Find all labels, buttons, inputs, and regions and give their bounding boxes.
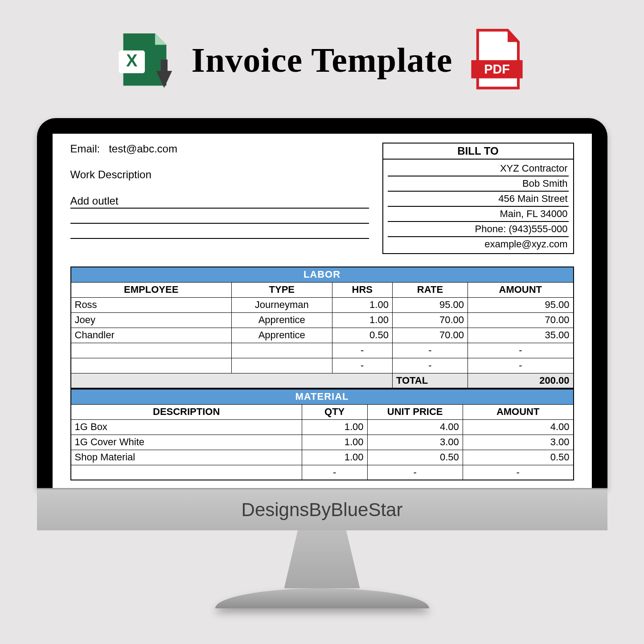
labor-col-hrs: HRS <box>332 282 392 297</box>
svg-text:X: X <box>126 51 138 70</box>
labor-total-value: 200.00 <box>468 373 574 388</box>
bill-to-line: XYZ Contractor <box>388 161 569 176</box>
work-description-line <box>70 209 369 224</box>
bill-to-header: BILL TO <box>383 144 573 160</box>
material-row: 1G Cover White 1.00 3.00 3.00 <box>71 435 574 450</box>
material-row: - - - <box>71 465 574 480</box>
pdf-icon: PDF <box>470 27 528 94</box>
bill-to-line: example@xyz.com <box>388 237 569 251</box>
monitor-mockup: Email: test@abc.com Work Description Add… <box>0 118 644 608</box>
page-header: X Invoice Template PDF <box>0 0 644 107</box>
labor-total-row: TOTAL 200.00 <box>71 373 574 388</box>
monitor-stand-base <box>215 588 429 608</box>
labor-table: LABOR EMPLOYEE TYPE HRS RATE AMOUNT Ross… <box>70 267 574 389</box>
bill-to-line: 456 Main Street <box>388 192 569 207</box>
labor-col-employee: EMPLOYEE <box>71 282 232 297</box>
svg-text:PDF: PDF <box>484 62 510 76</box>
labor-col-amount: AMOUNT <box>468 282 574 297</box>
work-description-lines: Add outlet <box>70 193 369 239</box>
labor-row: - - - <box>71 343 574 358</box>
monitor-bezel: Email: test@abc.com Work Description Add… <box>37 118 607 488</box>
work-description-label: Work Description <box>70 168 369 181</box>
material-table: MATERIAL DESCRIPTION QTY UNIT PRICE AMOU… <box>70 389 574 480</box>
email-value: test@abc.com <box>109 143 177 155</box>
labor-row: - - - <box>71 358 574 373</box>
page-title: Invoice Template <box>192 40 453 80</box>
material-col-desc: DESCRIPTION <box>71 404 302 419</box>
bill-to-line: Main, FL 34000 <box>388 207 569 222</box>
work-description-line: Add outlet <box>70 193 369 209</box>
material-row: Shop Material 1.00 0.50 0.50 <box>71 450 574 465</box>
work-description-line <box>70 224 369 239</box>
labor-row: Ross Journeyman 1.00 95.00 95.00 <box>71 297 574 312</box>
labor-row: Joey Apprentice 1.00 70.00 70.00 <box>71 312 574 328</box>
svg-rect-2 <box>160 60 167 74</box>
labor-col-type: TYPE <box>231 282 332 297</box>
bill-to-line: Phone: (943)555-000 <box>388 222 569 237</box>
monitor-stand-neck <box>284 530 360 588</box>
monitor-screen: Email: test@abc.com Work Description Add… <box>53 134 592 488</box>
material-col-unit: UNIT PRICE <box>367 404 463 419</box>
labor-total-label: TOTAL <box>392 373 468 388</box>
email-label: Email: <box>70 143 100 155</box>
material-col-amount: AMOUNT <box>463 404 573 419</box>
bill-to-line: Bob Smith <box>388 176 569 192</box>
bill-to-box: BILL TO XYZ Contractor Bob Smith 456 Mai… <box>382 143 574 254</box>
invoice-left-info: Email: test@abc.com Work Description Add… <box>70 143 382 254</box>
labor-banner: LABOR <box>71 267 574 282</box>
brand-label: DesignsByBlueStar <box>242 499 403 521</box>
material-col-qty: QTY <box>302 404 367 419</box>
labor-col-rate: RATE <box>392 282 468 297</box>
material-banner: MATERIAL <box>71 389 574 404</box>
monitor-chin: DesignsByBlueStar <box>37 488 607 530</box>
labor-row: Chandler Apprentice 0.50 70.00 35.00 <box>71 328 574 343</box>
excel-icon: X <box>116 31 174 89</box>
material-row: 1G Box 1.00 4.00 4.00 <box>71 419 574 435</box>
